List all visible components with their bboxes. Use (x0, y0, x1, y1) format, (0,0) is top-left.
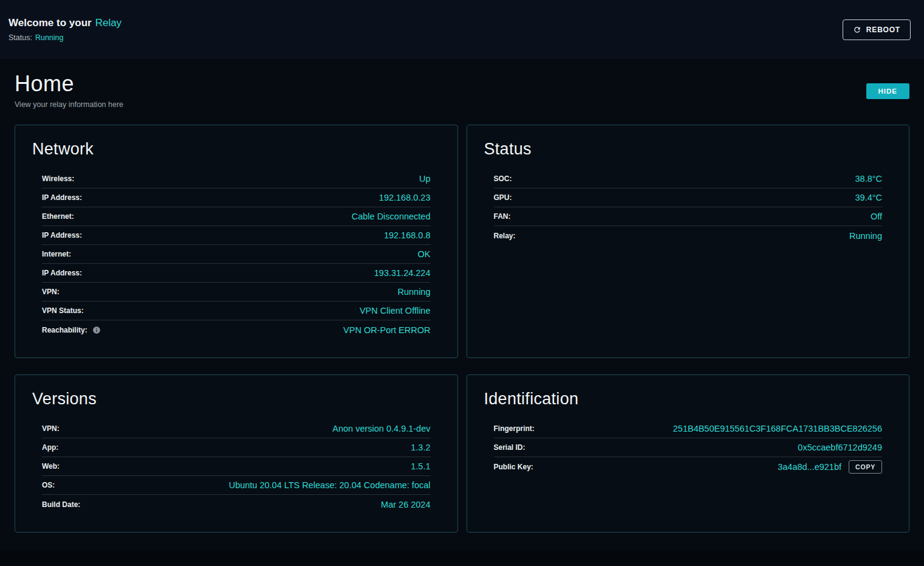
versions-card: Versions VPN: Anon version 0.4.9.1-dev A… (15, 374, 458, 533)
row-label: Build Date: (42, 500, 80, 509)
row-value: Off (871, 212, 882, 221)
row-value: 193.31.24.224 (374, 268, 431, 278)
row-value: 39.4°C (855, 193, 883, 202)
versions-rows: VPN: Anon version 0.4.9.1-dev App: 1.3.2 (32, 419, 440, 514)
row-label: FAN: (494, 212, 511, 221)
row-value: 38.8°C (855, 174, 883, 184)
row-value: 1.5.1 (411, 461, 430, 471)
row-label: Relay: (494, 232, 516, 240)
network-row: VPN: Running (42, 283, 431, 302)
row-label: Reachability: (42, 326, 87, 334)
relay-status: Status: Running (9, 33, 121, 42)
row-value: Anon version 0.4.9.1-dev (332, 424, 430, 433)
row-label: Public Key: (494, 463, 533, 471)
row-value: 192.168.0.23 (379, 193, 431, 202)
reboot-label: REBOOT (866, 26, 900, 34)
reboot-button[interactable]: REBOOT (843, 19, 911, 40)
row-label: Web: (42, 462, 60, 471)
info-icon[interactable] (92, 326, 101, 334)
network-row: Wireless: Up (42, 170, 431, 188)
row-label: VPN: (42, 424, 60, 433)
identification-row: Serial ID: 0x5ccaebf6712d9249 (494, 438, 883, 457)
status-row: GPU: 39.4°C (494, 188, 883, 207)
network-row: Reachability: VPN OR-Port ERROR (42, 320, 431, 339)
row-label: App: (42, 443, 58, 452)
versions-row: Build Date: Mar 26 2024 (42, 495, 431, 514)
copy-button[interactable]: COPY (849, 460, 882, 474)
status-value: Running (35, 33, 64, 42)
page-title: Home (15, 71, 123, 97)
versions-row: OS: Ubuntu 20.04 LTS Release: 20.04 Code… (42, 476, 431, 495)
row-label: OS: (42, 481, 55, 489)
status-row: FAN: Off (494, 207, 883, 226)
row-value: Ubuntu 20.04 LTS Release: 20.04 Codename… (229, 480, 431, 490)
status-row: Relay: Running (494, 226, 883, 245)
row-label: IP Address: (42, 193, 82, 202)
network-row: Ethernet: Cable Disconnected (42, 207, 431, 226)
page-subtitle: View your relay information here (15, 100, 123, 109)
network-rows: Wireless: Up IP Address: 192.168.0.23 (32, 170, 440, 339)
row-label: VPN: (42, 288, 60, 296)
row-value: 251B4B50E915561C3F168FCA1731BB3BCE826256 (673, 424, 882, 433)
reboot-icon (853, 26, 861, 34)
hide-button[interactable]: HIDE (866, 83, 909, 99)
network-row: Internet: OK (42, 245, 431, 264)
welcome-prefix: Welcome to your (9, 17, 92, 29)
identification-card: Identification Fingerprint: 251B4B50E915… (467, 374, 910, 533)
status-card-title: Status (484, 140, 892, 159)
row-value: Cable Disconnected (352, 212, 431, 221)
status-row: SOC: 38.8°C (494, 170, 883, 188)
row-value: VPN Client Offline (360, 306, 431, 316)
network-card-title: Network (32, 140, 440, 159)
row-label: Wireless: (42, 174, 74, 183)
status-label: Status: (9, 33, 32, 42)
status-card: Status SOC: 38.8°C GPU: 39 (467, 125, 910, 358)
row-value: Up (419, 174, 431, 184)
identification-row: Public Key: 3a4a8d...e921bf COPY (494, 457, 883, 476)
row-value: VPN OR-Port ERROR (343, 325, 430, 335)
footer-strip (0, 550, 924, 566)
versions-row: Web: 1.5.1 (42, 457, 431, 476)
versions-row: App: 1.3.2 (42, 438, 431, 457)
row-value: 192.168.0.8 (384, 230, 431, 240)
row-label: VPN Status: (42, 306, 84, 315)
row-value: 3a4a8d...e921bf (778, 462, 841, 472)
cards-grid: Network Wireless: Up IP Address: (15, 125, 909, 533)
row-label: SOC: (494, 174, 512, 183)
status-rows: SOC: 38.8°C GPU: 39.4°C (484, 170, 892, 245)
row-value: Running (397, 287, 430, 297)
welcome-highlight: Relay (95, 17, 121, 29)
welcome-block: Welcome to your Relay Status: Running (9, 17, 121, 42)
page-title-block: Home View your relay information here (15, 71, 123, 109)
main-content: Home View your relay information here HI… (0, 59, 924, 533)
row-label: IP Address: (42, 269, 82, 277)
versions-card-title: Versions (32, 390, 440, 409)
row-label: Serial ID: (494, 443, 525, 452)
row-label: IP Address: (42, 231, 82, 240)
identification-card-title: Identification (484, 390, 892, 409)
identification-row: Fingerprint: 251B4B50E915561C3F168FCA173… (494, 419, 883, 438)
page-head: Home View your relay information here HI… (15, 71, 909, 109)
row-value: Mar 26 2024 (381, 500, 430, 509)
welcome-title: Welcome to your Relay (9, 17, 121, 29)
network-card: Network Wireless: Up IP Address: (15, 125, 458, 358)
row-value: 1.3.2 (411, 443, 430, 452)
network-row: IP Address: 193.31.24.224 (42, 264, 431, 283)
versions-row: VPN: Anon version 0.4.9.1-dev (42, 419, 431, 438)
row-value: Running (849, 231, 882, 241)
network-row: VPN Status: VPN Client Offline (42, 302, 431, 320)
row-label: Internet: (42, 250, 71, 258)
network-row: IP Address: 192.168.0.8 (42, 226, 431, 245)
row-label: GPU: (494, 193, 512, 202)
row-value: 0x5ccaebf6712d9249 (798, 443, 882, 452)
row-label: Fingerprint: (494, 424, 535, 433)
row-label: Ethernet: (42, 212, 74, 221)
row-value: OK (418, 249, 431, 259)
network-row: IP Address: 192.168.0.23 (42, 188, 431, 207)
identification-rows: Fingerprint: 251B4B50E915561C3F168FCA173… (484, 419, 892, 476)
top-bar: Welcome to your Relay Status: Running RE… (0, 0, 924, 59)
